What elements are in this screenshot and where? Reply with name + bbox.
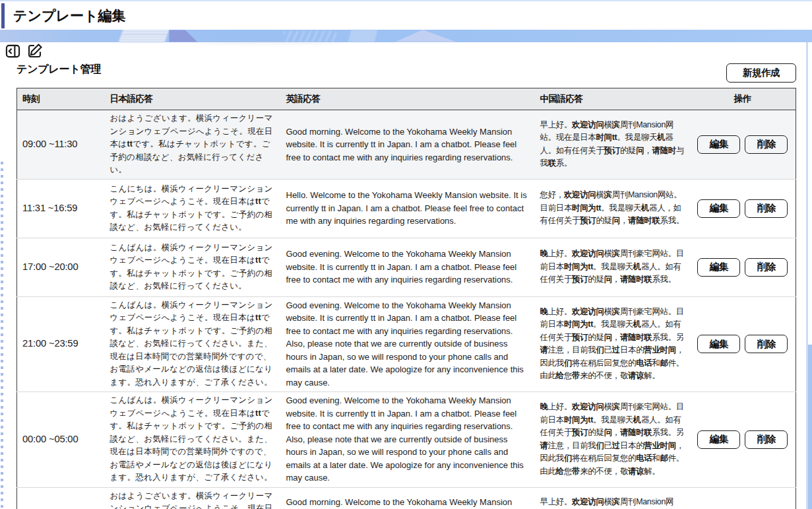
japanese-response-cell: おはようございます。横浜ウィークリーマンションウェブページへようこそ。現在日本は…: [105, 110, 281, 180]
banner-image: [0, 30, 812, 42]
table-row: 00:00 ~05:00こんばんは。横浜ウィークリーマンションウェブページへよう…: [17, 391, 796, 487]
banner-shape: [169, 30, 198, 42]
chinese-response-cell: 早上好。欢迎访问横滨周刊Mansion网站。现在是日本时间tt。我是聊天机器人。…: [535, 110, 690, 180]
edit-icon: [27, 43, 43, 59]
operations-cell: 編集削除: [690, 110, 796, 180]
scrollbar-thumb[interactable]: [808, 345, 812, 509]
chinese-response-cell: 晚上好。欢迎访问横滨周刊豪宅网站。目前日本时间为tt。我是聊天机器人。如有任何关…: [535, 391, 690, 487]
edit-button[interactable]: 編集: [697, 335, 740, 353]
operations-cell: 編集削除: [690, 296, 796, 391]
delete-button[interactable]: 削除: [745, 335, 788, 353]
delete-button[interactable]: 削除: [745, 199, 788, 218]
table-row: 17:00 ~20:00こんばんは。横浜ウィークリーマンションウェブページへよう…: [17, 238, 796, 296]
time-cell: 17:00 ~20:00: [17, 238, 105, 296]
edit-button[interactable]: 編集: [697, 430, 740, 449]
chinese-response-cell: 您好，欢迎访问横滨周刊Mansion网站。目前日本时间为tt。我是聊天机器人，如…: [535, 179, 690, 238]
japanese-response-cell: こんばんは。横浜ウィークリーマンションウェブページへようこそ。現在日本はttです…: [105, 238, 281, 296]
japanese-response-cell: こんにちは。横浜ウィークリーマンションウェブページへようこそ。現在日本はttです…: [105, 179, 281, 238]
english-response-cell: Hello. Welcome to the Yokohama Weekly Ma…: [281, 179, 535, 238]
column-header-time: 時刻: [17, 88, 105, 110]
collapse-sidebar-button[interactable]: [5, 43, 21, 59]
table-row: 09:00 ~11:30おはようございます。横浜ウィークリーマンションウェブペー…: [17, 110, 796, 180]
page-header: テンプレート編集: [0, 0, 812, 30]
english-response-cell: Good evening. Welcome to the Yokohama We…: [281, 238, 535, 296]
delete-button[interactable]: 削除: [745, 430, 788, 449]
banner-shape: [394, 30, 457, 42]
table-row: 11:31 ~16:59こんにちは。横浜ウィークリーマンションウェブページへよう…: [17, 179, 796, 238]
page-title: テンプレート編集: [13, 7, 125, 25]
page: テンプレート編集 テンプレート管理 新規作成: [0, 0, 812, 509]
operations-cell: 編集削除: [690, 391, 796, 487]
section-title: テンプレート管理: [16, 63, 101, 77]
column-header-ops: 操作: [690, 88, 796, 110]
edit-button[interactable]: 編集: [697, 135, 740, 154]
japanese-response-cell: こんばんは。横浜ウィークリーマンションウェブページへようこそ。現在日本はttです…: [105, 391, 281, 487]
table-row: おはようございます。横浜ウィークリーマンションウェブページへようこそ。現在日本は…: [17, 487, 796, 509]
edit-button[interactable]: 編集: [697, 258, 740, 277]
table-row: 21:00 ~23:59こんばんは。横浜ウィークリーマンションウェブページへよう…: [17, 296, 796, 391]
operations-cell: 編集削除: [690, 487, 796, 509]
column-header-zh: 中国語応答: [535, 88, 690, 110]
edit-button[interactable]: 編集: [697, 199, 740, 218]
banner-shape: [348, 30, 377, 42]
toolbar: [5, 43, 43, 59]
left-dashed-edge: [1, 162, 3, 509]
time-cell: 09:00 ~11:30: [17, 110, 105, 180]
chinese-response-cell: 晚上好。欢迎访问横滨周刊豪宅网站。目前日本时间为tt。我是聊天机器人。如有任何关…: [535, 296, 690, 391]
table-header: 時刻日本語応答英語応答中国語応答操作: [17, 88, 796, 110]
time-cell: [17, 487, 105, 509]
english-response-cell: Good morning. Welcome to the Yokohama We…: [281, 487, 535, 509]
operations-cell: 編集削除: [690, 179, 796, 238]
japanese-response-cell: こんばんは。横浜ウィークリーマンションウェブページへようこそ。現在日本はttです…: [105, 296, 281, 391]
edit-template-button[interactable]: [27, 43, 43, 59]
template-table: 時刻日本語応答英語応答中国語応答操作 09:00 ~11:30おはようございます…: [16, 88, 796, 509]
banner-shape: [284, 31, 336, 42]
operations-cell: 編集削除: [690, 238, 796, 296]
japanese-response-cell: おはようございます。横浜ウィークリーマンションウェブページへようこそ。現在日本は…: [105, 487, 281, 509]
column-header-ja: 日本語応答: [105, 88, 281, 110]
english-response-cell: Good morning. Welcome to the Yokohama We…: [281, 110, 535, 180]
delete-button[interactable]: 削除: [745, 258, 788, 277]
create-new-button[interactable]: 新規作成: [726, 63, 796, 83]
english-response-cell: Good evening. Welcome to the Yokohama We…: [281, 296, 535, 391]
delete-button[interactable]: 削除: [745, 135, 788, 154]
time-cell: 00:00 ~05:00: [17, 391, 105, 487]
time-cell: 21:00 ~23:59: [17, 296, 105, 391]
chinese-response-cell: 晚上好。欢迎访问横滨周刊豪宅网站。目前日本时间为tt。我是聊天机器人。如有任何关…: [535, 238, 690, 296]
english-response-cell: Good evening. Welcome to the Yokohama We…: [281, 391, 535, 487]
banner-shape: [119, 30, 170, 42]
chinese-response-cell: 早上好。欢迎访问横滨周刊Mansion网站。现在是日本时间tt。我是聊天机器人。…: [535, 487, 690, 509]
collapse-sidebar-icon: [5, 44, 20, 59]
column-header-en: 英語応答: [281, 88, 535, 110]
time-cell: 11:31 ~16:59: [17, 179, 105, 238]
banner-shadow: [191, 42, 343, 44]
header-accent-bar: [1, 3, 5, 28]
